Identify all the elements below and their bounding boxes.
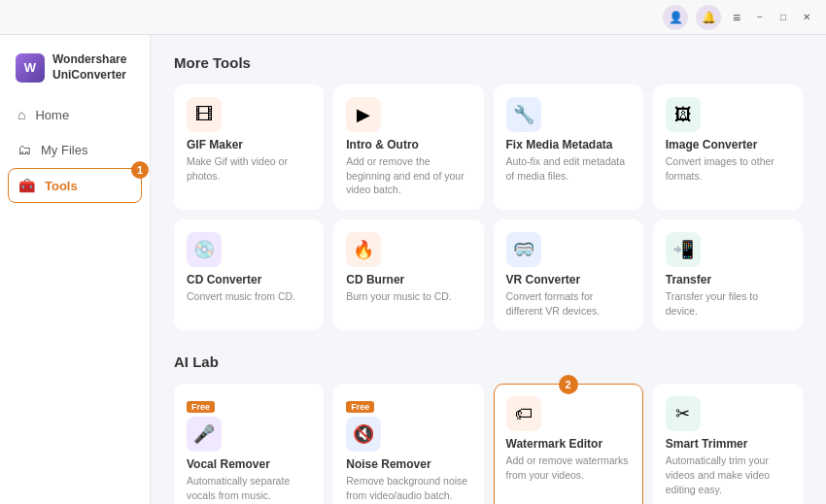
gif-maker-desc: Make Gif with video or photos. bbox=[187, 154, 311, 183]
myfiles-label: My Files bbox=[41, 143, 87, 157]
intro-outro-icon: ▶ bbox=[346, 97, 381, 132]
tool-card-vr-converter[interactable]: 🥽 VR Converter Convert formats for diffe… bbox=[494, 219, 643, 330]
watermark-editor-desc: Add or remove watermarks from your video… bbox=[506, 454, 631, 482]
logo-icon: W bbox=[16, 53, 45, 83]
tool-card-watermark-editor[interactable]: 2 🏷 Watermark Editor Add or remove water… bbox=[494, 384, 643, 504]
cd-converter-title: CD Converter bbox=[187, 273, 311, 286]
tools-icon: 🧰 bbox=[18, 178, 35, 193]
cd-converter-desc: Convert music from CD. bbox=[187, 289, 311, 304]
user-avatar-icon[interactable]: 👤 bbox=[663, 5, 688, 30]
vocal-remover-desc: Automatically separate vocals from music… bbox=[187, 474, 311, 502]
more-tools-grid: 🎞 GIF Maker Make Gif with video or photo… bbox=[174, 84, 803, 330]
files-icon: 🗂 bbox=[17, 142, 31, 157]
noise-remover-free-badge: Free bbox=[346, 401, 374, 413]
vr-converter-desc: Convert formats for different VR devices… bbox=[506, 289, 631, 318]
notification-icon[interactable]: 🔔 bbox=[696, 5, 721, 30]
fix-media-icon: 🔧 bbox=[506, 97, 541, 132]
transfer-title: Transfer bbox=[666, 273, 790, 286]
ai-lab-title: AI Lab bbox=[174, 353, 803, 370]
cd-burner-desc: Burn your music to CD. bbox=[346, 289, 470, 304]
fix-media-desc: Auto-fix and edit metadata of media file… bbox=[506, 154, 631, 183]
gif-maker-icon: 🎞 bbox=[187, 97, 222, 132]
gif-maker-title: GIF Maker bbox=[187, 138, 311, 151]
logo-text: Wondershare UniConverter bbox=[52, 52, 126, 83]
tool-card-cd-converter[interactable]: 💿 CD Converter Convert music from CD. bbox=[174, 219, 324, 330]
tools-badge: 1 bbox=[131, 161, 149, 179]
tools-label: Tools bbox=[45, 179, 78, 193]
main-content: More Tools 🎞 GIF Maker Make Gif with vid… bbox=[151, 35, 826, 504]
noise-remover-icon: 🔇 bbox=[346, 417, 381, 452]
minimize-button[interactable]: − bbox=[752, 10, 768, 25]
sidebar: W Wondershare UniConverter ⌂ Home 🗂 My F… bbox=[0, 35, 151, 504]
smart-trimmer-title: Smart Trimmer bbox=[666, 437, 790, 451]
noise-remover-title: Noise Remover bbox=[346, 457, 470, 471]
watermark-editor-icon: 🏷 bbox=[506, 396, 541, 431]
vr-converter-title: VR Converter bbox=[506, 273, 631, 286]
vocal-remover-icon: 🎤 bbox=[187, 417, 222, 452]
maximize-button[interactable]: □ bbox=[775, 10, 791, 25]
tool-card-image-converter[interactable]: 🖼 Image Converter Convert images to othe… bbox=[653, 84, 803, 210]
image-converter-title: Image Converter bbox=[666, 138, 790, 151]
cd-converter-icon: 💿 bbox=[187, 232, 222, 267]
watermark-editor-badge: 2 bbox=[559, 375, 578, 394]
image-converter-icon: 🖼 bbox=[666, 97, 701, 132]
tool-card-vocal-remover[interactable]: Free 🎤 Vocal Remover Automatically separ… bbox=[174, 384, 324, 504]
tool-card-smart-trimmer[interactable]: ✂ Smart Trimmer Automatically trim your … bbox=[653, 384, 803, 504]
intro-outro-title: Intro & Outro bbox=[346, 138, 470, 151]
sidebar-item-tools[interactable]: 🧰 Tools 1 bbox=[8, 168, 142, 203]
vocal-remover-free-badge: Free bbox=[187, 401, 215, 413]
smart-trimmer-icon: ✂ bbox=[666, 396, 701, 431]
tool-card-intro-outro[interactable]: ▶ Intro & Outro Add or remove the beginn… bbox=[333, 84, 483, 210]
transfer-icon: 📲 bbox=[666, 232, 701, 267]
close-button[interactable]: ✕ bbox=[799, 10, 814, 25]
transfer-desc: Transfer your files to device. bbox=[666, 289, 790, 318]
ai-lab-grid: Free 🎤 Vocal Remover Automatically separ… bbox=[174, 384, 803, 504]
intro-outro-desc: Add or remove the beginning and end of y… bbox=[346, 154, 470, 197]
cd-burner-icon: 🔥 bbox=[346, 232, 381, 267]
title-bar-icons: 👤 🔔 ≡ − □ ✕ bbox=[663, 5, 814, 30]
tool-card-cd-burner[interactable]: 🔥 CD Burner Burn your music to CD. bbox=[333, 219, 483, 330]
home-label: Home bbox=[35, 108, 69, 122]
app-body: W Wondershare UniConverter ⌂ Home 🗂 My F… bbox=[0, 35, 826, 504]
vr-converter-icon: 🥽 bbox=[506, 232, 541, 267]
sidebar-nav: ⌂ Home 🗂 My Files 🧰 Tools 1 bbox=[0, 98, 150, 203]
sidebar-item-home[interactable]: ⌂ Home bbox=[8, 98, 142, 131]
title-bar: 👤 🔔 ≡ − □ ✕ bbox=[0, 0, 826, 35]
smart-trimmer-desc: Automatically trim your videos and make … bbox=[666, 454, 790, 496]
more-tools-title: More Tools bbox=[174, 54, 803, 71]
cd-burner-title: CD Burner bbox=[346, 273, 470, 286]
noise-remover-desc: Remove background noise from video/audio… bbox=[346, 474, 470, 502]
home-icon: ⌂ bbox=[17, 107, 25, 122]
tool-card-gif-maker[interactable]: 🎞 GIF Maker Make Gif with video or photo… bbox=[174, 84, 324, 210]
watermark-editor-title: Watermark Editor bbox=[506, 437, 631, 451]
vocal-remover-title: Vocal Remover bbox=[187, 457, 311, 471]
sidebar-item-myfiles[interactable]: 🗂 My Files bbox=[8, 133, 142, 166]
tool-card-noise-remover[interactable]: Free 🔇 Noise Remover Remove background n… bbox=[333, 384, 483, 504]
fix-media-title: Fix Media Metadata bbox=[506, 138, 631, 151]
app-logo: W Wondershare UniConverter bbox=[0, 47, 150, 98]
menu-button[interactable]: ≡ bbox=[729, 10, 744, 25]
tool-card-transfer[interactable]: 📲 Transfer Transfer your files to device… bbox=[653, 219, 803, 330]
tool-card-fix-media[interactable]: 🔧 Fix Media Metadata Auto-fix and edit m… bbox=[494, 84, 643, 210]
image-converter-desc: Convert images to other formats. bbox=[666, 154, 790, 183]
